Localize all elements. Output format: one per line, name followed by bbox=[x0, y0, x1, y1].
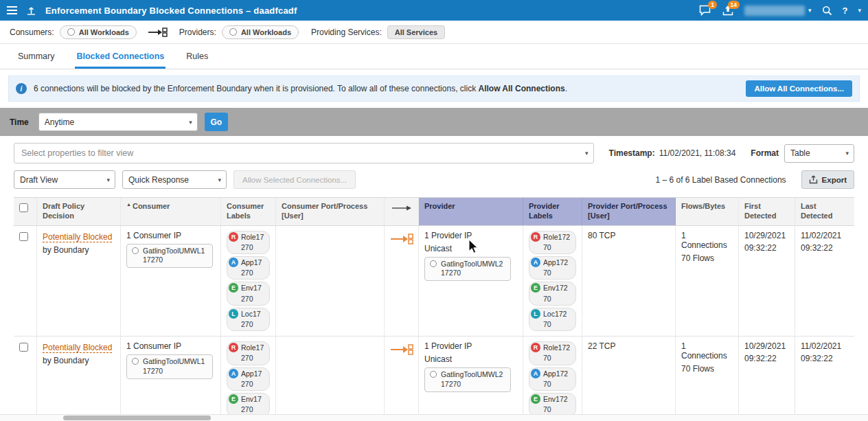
filter-properties-input[interactable] bbox=[14, 143, 594, 163]
label-type-icon: R bbox=[531, 343, 540, 352]
connections-rows: Potentially Blocked by Boundary 1 Consum… bbox=[14, 226, 854, 421]
format-select[interactable]: Table bbox=[784, 144, 854, 163]
header-last-detected[interactable]: Last Detected bbox=[795, 198, 854, 225]
workload-pill[interactable]: GatlingToolUMWL117270 bbox=[126, 244, 213, 268]
export-icon bbox=[809, 175, 818, 184]
label-pill[interactable]: LLoc17270 bbox=[227, 308, 270, 331]
providers-scope-pill[interactable]: All Workloads bbox=[222, 25, 299, 39]
allow-selected-connections-button: Allow Selected Connections... bbox=[233, 170, 356, 189]
provider-port: 22 TCP bbox=[582, 337, 676, 421]
mouse-cursor bbox=[468, 239, 479, 254]
consumer-labels: RRole17270AApp17270EEnv17270LLoc17270 bbox=[227, 231, 270, 332]
provider-labels: RRole17270AApp17270EEnv17270LLoc17270 bbox=[529, 341, 576, 421]
page-title: Enforcement Boundary Blocked Connections… bbox=[45, 5, 297, 16]
policy-decision-sub: by Boundary bbox=[43, 356, 115, 365]
flow-line: 70 Flows bbox=[681, 364, 733, 374]
allow-all-connections-button[interactable]: Allow All Connections... bbox=[746, 80, 852, 97]
providers-label: Providers: bbox=[179, 27, 216, 37]
user-menu[interactable]: ▾ bbox=[744, 5, 812, 16]
row-checkbox[interactable] bbox=[19, 232, 28, 241]
scrollbar-thumb[interactable] bbox=[63, 416, 211, 420]
label-type-icon: E bbox=[531, 283, 540, 293]
response-type-select[interactable]: Quick Response bbox=[122, 170, 227, 189]
label-pill[interactable]: EEnv17270 bbox=[227, 282, 270, 305]
banner-text: 6 connections will be blocked by the Enf… bbox=[34, 84, 567, 93]
cell-line: 22 TCP bbox=[588, 341, 670, 351]
label-type-icon: A bbox=[531, 369, 540, 378]
header-provider-labels[interactable]: Provider Labels bbox=[523, 198, 582, 225]
label-pill[interactable]: EEnv17270 bbox=[227, 393, 270, 416]
scope-bar: Consumers: All Workloads Providers: All … bbox=[0, 21, 868, 44]
label-pill[interactable]: AApp17270 bbox=[227, 256, 270, 280]
header-flows-bytes[interactable]: Flows/Bytes bbox=[676, 198, 739, 225]
policy-decision-link[interactable]: Potentially Blocked bbox=[43, 232, 112, 242]
label-pill[interactable]: RRole17270 bbox=[227, 341, 270, 365]
label-pill[interactable]: LLoc17270 bbox=[529, 308, 576, 331]
notification-badge: 1 bbox=[708, 1, 717, 9]
last-detected: 11/02/202109:32:22 bbox=[795, 226, 854, 337]
menu-icon[interactable] bbox=[7, 4, 17, 16]
flows-bytes: 1 Connections70 Flows bbox=[676, 337, 739, 421]
label-type-icon: L bbox=[229, 309, 238, 319]
label-pill[interactable]: EEnv17270 bbox=[529, 282, 576, 305]
flow-line: 1 Connections bbox=[681, 341, 733, 361]
tab-summary[interactable]: Summary bbox=[16, 44, 56, 69]
help-button[interactable]: ? bbox=[843, 5, 848, 16]
label-type-icon: R bbox=[531, 232, 540, 242]
label-type-icon: R bbox=[229, 232, 238, 242]
consumer-count: 1 Consumer IP bbox=[126, 341, 215, 351]
workload-pill[interactable]: GatlingToolUMWL117270 bbox=[126, 354, 213, 378]
workload-pill[interactable]: GatlingToolUMWL217270 bbox=[424, 257, 511, 281]
consumer-to-provider-arrow-icon bbox=[148, 27, 168, 37]
header-draft-policy-decision[interactable]: Draft Policy Decision bbox=[37, 198, 121, 225]
timestamp-label: Timestamp: bbox=[609, 148, 655, 158]
policy-decision-link[interactable]: Potentially Blocked bbox=[43, 343, 112, 353]
result-count: 1 – 6 of 6 Label Based Connections bbox=[655, 175, 786, 185]
header-consumer-labels[interactable]: Consumer Labels bbox=[221, 198, 276, 225]
traffic-arrow-cell bbox=[385, 337, 419, 421]
go-button[interactable]: Go bbox=[205, 113, 228, 131]
consumers-scope-pill[interactable]: All Workloads bbox=[60, 25, 137, 39]
header-consumer-port[interactable]: Consumer Port/Process [User] bbox=[276, 198, 385, 225]
first-detected: 10/29/202109:32:22 bbox=[739, 337, 795, 421]
services-scope-pill[interactable]: All Services bbox=[387, 25, 445, 39]
search-button[interactable] bbox=[822, 5, 832, 16]
workload-pill[interactable]: GatlingToolUMWL217270 bbox=[424, 367, 511, 391]
row-checkbox[interactable] bbox=[19, 343, 28, 352]
view-mode-select[interactable]: Draft View bbox=[14, 170, 115, 189]
horizontal-scrollbar bbox=[0, 414, 868, 421]
tab-rules[interactable]: Rules bbox=[185, 44, 209, 69]
table-header-row: Draft Policy Decision ▲Consumer Consumer… bbox=[14, 198, 854, 226]
provision-badge: 14 bbox=[728, 1, 740, 9]
label-pill[interactable]: EEnv17270 bbox=[529, 393, 576, 416]
label-pill[interactable]: RRole17270 bbox=[227, 231, 270, 254]
label-type-icon: E bbox=[229, 394, 238, 404]
header-consumer[interactable]: ▲Consumer bbox=[121, 198, 221, 225]
topbar-chevron-down-icon[interactable]: ▾ bbox=[858, 7, 861, 14]
export-button[interactable]: Export bbox=[801, 170, 854, 189]
actions-row: Draft View ▾ Quick Response ▾ Allow Sele… bbox=[0, 168, 868, 196]
label-pill[interactable]: RRole17270 bbox=[529, 341, 576, 365]
label-pill[interactable]: RRole17270 bbox=[529, 231, 576, 254]
label-pill[interactable]: AApp17270 bbox=[227, 367, 270, 391]
consumer-port bbox=[276, 226, 385, 337]
consumer-ip-pills: GatlingToolUMWL117270 bbox=[126, 354, 215, 378]
header-provider-port[interactable]: Provider Port/Process [User] bbox=[582, 198, 676, 225]
cell-line: 09:32:22 bbox=[744, 243, 789, 253]
right-arrow-icon bbox=[391, 205, 412, 212]
label-pill[interactable]: AApp17270 bbox=[529, 367, 576, 391]
notifications-button[interactable]: 1 bbox=[699, 5, 711, 16]
pending-provision-button[interactable]: 14 bbox=[722, 5, 734, 16]
select-all-checkbox[interactable] bbox=[19, 203, 28, 212]
label-pill[interactable]: AApp17270 bbox=[529, 256, 576, 280]
provider-cast: Unicast bbox=[424, 354, 517, 364]
header-first-detected[interactable]: First Detected bbox=[739, 198, 795, 225]
app-window: Enforcement Boundary Blocked Connections… bbox=[0, 0, 868, 421]
time-range-select[interactable]: Anytime bbox=[38, 113, 198, 131]
tab-blocked-connections[interactable]: Blocked Connections bbox=[75, 44, 165, 69]
provision-nav-icon[interactable] bbox=[26, 5, 36, 16]
consumer-labels: RRole17270AApp17270EEnv17270LLoc17270 bbox=[227, 341, 270, 421]
workload-icon bbox=[67, 28, 75, 36]
header-provider[interactable]: Provider bbox=[419, 198, 523, 225]
header-direction-arrow bbox=[385, 198, 419, 225]
